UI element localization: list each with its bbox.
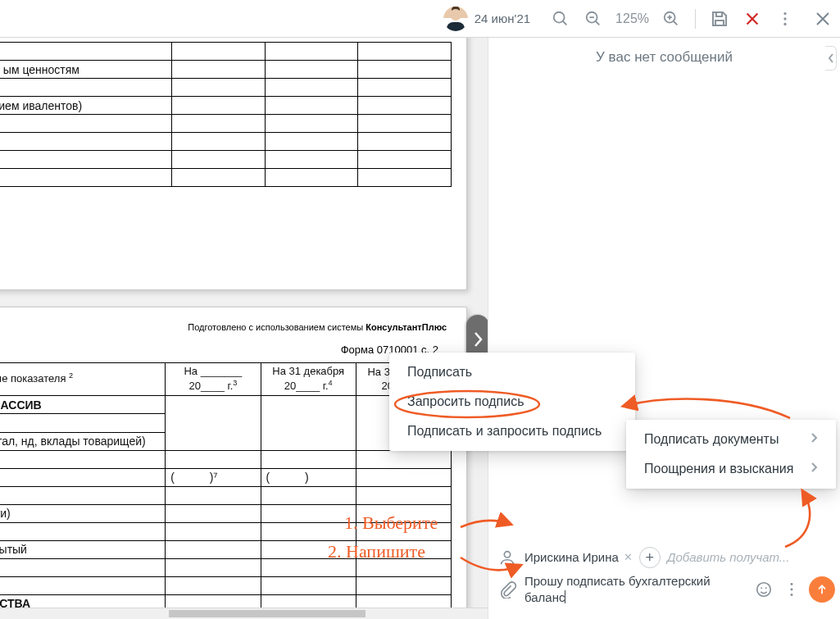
- svg-point-11: [791, 588, 793, 590]
- svg-point-8: [761, 587, 762, 589]
- recipient-placeholder: Добавить получат...: [667, 550, 790, 564]
- svg-point-3: [783, 11, 786, 14]
- col-on-31-a: На 31 декабря 20____ г.4: [261, 363, 356, 396]
- scrollbar-thumb[interactable]: [169, 610, 366, 617]
- message-input[interactable]: Прошу подписать бухгалтерский баланс: [524, 573, 747, 607]
- zoom-level[interactable]: 125%: [612, 11, 652, 26]
- svg-point-4: [783, 17, 786, 20]
- emoji-icon[interactable]: [753, 580, 774, 599]
- chevron-right-icon: [810, 462, 818, 476]
- chat-sidebar: У вас нет сообщений Ирискина Ирина ✕ + Д…: [488, 38, 840, 619]
- sidebar-collapse-handle[interactable]: [825, 46, 837, 71]
- sign-menu: Подписать Запросить подпись Подписать и …: [389, 353, 635, 451]
- message-row: Прошу подписать бухгалтерский баланс: [497, 573, 835, 607]
- categories-menu: Подписать документы Поощрения и взыскани…: [626, 420, 836, 489]
- recipients-row: Ирискина Ирина ✕ + Добавить получат...: [497, 547, 835, 568]
- menu-item-sign-docs[interactable]: Подписать документы: [626, 425, 836, 454]
- attach-icon[interactable]: [497, 580, 518, 599]
- chat-composer: Ирискина Ирина ✕ + Добавить получат... П…: [488, 540, 840, 620]
- delete-button[interactable]: [738, 5, 766, 33]
- zoom-out-icon[interactable]: [579, 5, 607, 33]
- menu-item-rewards[interactable]: Поощрения и взыскания: [626, 454, 836, 484]
- col-on-date: На _______ 20____ г.3: [166, 363, 261, 396]
- remove-recipient-icon[interactable]: ✕: [624, 551, 633, 563]
- svg-point-5: [783, 22, 786, 25]
- chat-header: У вас нет сообщений: [488, 38, 840, 77]
- composer-kebab-icon[interactable]: [781, 580, 802, 599]
- avatar[interactable]: [443, 7, 468, 31]
- menu-item-sign-and-request[interactable]: Подписать и запросить подпись: [389, 416, 635, 446]
- svg-point-0: [554, 11, 565, 22]
- close-button[interactable]: [809, 5, 837, 33]
- zoom-in-icon[interactable]: [657, 5, 685, 33]
- save-button[interactable]: [706, 5, 733, 33]
- section-heading: ОРОТНЫЕ АКТИВЫ: [0, 43, 172, 61]
- kebab-menu-icon[interactable]: [771, 5, 799, 33]
- col-name: енование показателя 2: [0, 363, 166, 396]
- document-viewport[interactable]: ОРОТНЫЕ АКТИВЫ авленную стоимость по ым …: [0, 38, 488, 619]
- svg-point-12: [791, 594, 793, 596]
- balance-table-bottom: енование показателя 2 На _______ 20____ …: [0, 362, 452, 613]
- svg-point-7: [757, 583, 771, 597]
- person-icon: [497, 548, 518, 567]
- toolbar-separator: [695, 9, 696, 29]
- recipient-chip[interactable]: Ирискина Ирина ✕: [524, 550, 633, 564]
- chat-empty-text: У вас нет сообщений: [596, 49, 733, 66]
- search-icon[interactable]: [547, 5, 574, 33]
- menu-item-sign[interactable]: Подписать: [389, 357, 635, 387]
- send-button[interactable]: [809, 576, 835, 603]
- svg-point-6: [504, 551, 510, 557]
- document-page-1: ОРОТНЫЕ АКТИВЫ авленную стоимость по ым …: [0, 38, 467, 290]
- toolbar: 24 июн'21 125%: [0, 0, 840, 38]
- svg-point-10: [791, 583, 793, 585]
- balance-table-top: ОРОТНЫЕ АКТИВЫ авленную стоимость по ым …: [0, 42, 452, 187]
- svg-point-9: [765, 587, 767, 589]
- document-date: 24 июн'21: [474, 11, 530, 25]
- chevron-right-icon: [810, 432, 818, 447]
- menu-item-request-sign[interactable]: Запросить подпись: [389, 387, 635, 416]
- horizontal-scrollbar[interactable]: [0, 608, 488, 619]
- add-recipient-button[interactable]: +: [639, 547, 661, 568]
